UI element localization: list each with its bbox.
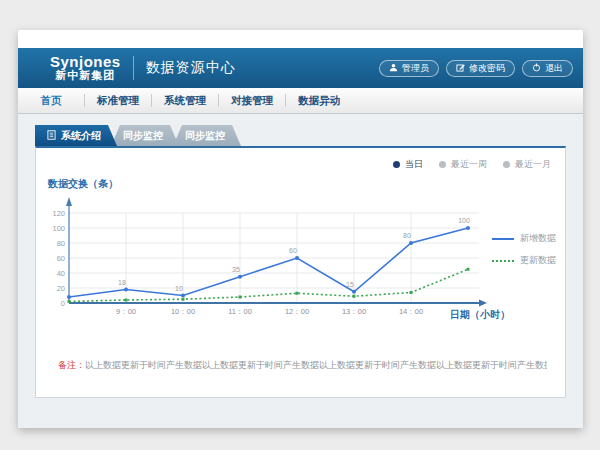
header-actions: 管理员 修改密码 退出 xyxy=(379,60,573,77)
svg-text:60: 60 xyxy=(57,254,65,263)
svg-text:0: 0 xyxy=(61,299,65,308)
radio-dot-selected xyxy=(393,161,400,168)
chart-panel: 当日 最近一周 最近一月 数据交换（条） 0204060801001209：00… xyxy=(35,146,566,398)
change-password-button[interactable]: 修改密码 xyxy=(446,60,515,77)
svg-text:120: 120 xyxy=(52,209,65,218)
tab-system-intro[interactable]: 系统介绍 xyxy=(35,125,117,146)
radio-label: 最近一月 xyxy=(515,158,551,171)
header-divider xyxy=(133,56,134,80)
svg-text:10: 10 xyxy=(175,285,183,292)
svg-text:60: 60 xyxy=(289,247,297,254)
tab-sync-monitor-2[interactable]: 同步监控 xyxy=(173,125,241,146)
nav-item-system-mgmt[interactable]: 系统管理 xyxy=(152,94,218,108)
user-icon xyxy=(389,63,398,74)
tab-bar: 系统介绍 同步监控 同步监控 xyxy=(35,125,241,146)
radio-dot xyxy=(503,161,510,168)
tab-sync-monitor-1[interactable]: 同步监控 xyxy=(111,125,179,146)
logo: Synjones 新中新集团 xyxy=(50,54,121,81)
svg-text:80: 80 xyxy=(403,232,411,239)
logo-company: 新中新集团 xyxy=(50,70,121,82)
nav-item-home[interactable]: 首页 xyxy=(18,94,84,108)
svg-text:12：00: 12：00 xyxy=(285,307,309,316)
legend-item-new-data: 新增数据 xyxy=(492,232,556,245)
radio-label: 当日 xyxy=(405,158,423,171)
dotted-line-icon xyxy=(492,260,514,262)
svg-text:80: 80 xyxy=(57,239,65,248)
svg-text:10：00: 10：00 xyxy=(171,307,195,316)
svg-text:100: 100 xyxy=(458,217,470,224)
change-password-label: 修改密码 xyxy=(469,62,505,75)
svg-text:100: 100 xyxy=(52,224,65,233)
chart-legend: 新增数据 更新数据 xyxy=(492,232,556,267)
tab-label: 同步监控 xyxy=(185,129,225,143)
svg-text:35: 35 xyxy=(232,266,240,273)
document-icon xyxy=(47,130,56,142)
footnote-text: 以上数据更新于时间产生数据以上数据更新于时间产生数据以上数据更新于时间产生数据以… xyxy=(85,360,547,370)
tab-label: 同步监控 xyxy=(123,129,163,143)
footnote-prefix: 备注： xyxy=(58,360,85,370)
logout-button[interactable]: 退出 xyxy=(522,60,573,77)
svg-text:20: 20 xyxy=(57,284,65,293)
legend-label: 更新数据 xyxy=(520,254,556,267)
svg-text:14：00: 14：00 xyxy=(399,307,423,316)
legend-label: 新增数据 xyxy=(520,232,556,245)
power-icon xyxy=(532,63,541,74)
nav-item-interface-mgmt[interactable]: 对接管理 xyxy=(219,94,285,108)
main-nav: 首页 标准管理 系统管理 对接管理 数据异动 xyxy=(18,88,583,114)
nav-item-data-change[interactable]: 数据异动 xyxy=(286,94,352,108)
logo-brand: Synjones xyxy=(50,54,121,70)
tab-label: 系统介绍 xyxy=(61,129,101,143)
radio-label: 最近一周 xyxy=(451,158,487,171)
footnote: 备注：以上数据更新于时间产生数据以上数据更新于时间产生数据以上数据更新于时间产生… xyxy=(58,359,547,372)
logout-label: 退出 xyxy=(545,62,563,75)
y-axis-title: 数据交换（条） xyxy=(48,177,118,191)
svg-text:13：00: 13：00 xyxy=(342,307,366,316)
x-axis-title: 日期（小时） xyxy=(450,308,510,322)
radio-today[interactable]: 当日 xyxy=(393,158,423,171)
content-area: 系统介绍 同步监控 同步监控 当日 最近一周 xyxy=(18,114,583,428)
user-button[interactable]: 管理员 xyxy=(379,60,439,77)
app-window: Synjones 新中新集团 数据资源中心 管理员 修改密码 xyxy=(18,30,583,428)
edit-icon xyxy=(456,63,465,74)
user-button-label: 管理员 xyxy=(402,62,429,75)
time-range-filter: 当日 最近一周 最近一月 xyxy=(393,158,551,171)
radio-last-month[interactable]: 最近一月 xyxy=(503,158,551,171)
solid-line-icon xyxy=(492,238,514,240)
page-title: 数据资源中心 xyxy=(146,59,236,77)
svg-text:18: 18 xyxy=(118,279,126,286)
svg-text:11：00: 11：00 xyxy=(228,307,252,316)
svg-text:40: 40 xyxy=(57,269,65,278)
app-header: Synjones 新中新集团 数据资源中心 管理员 修改密码 xyxy=(18,48,583,88)
nav-item-standard-mgmt[interactable]: 标准管理 xyxy=(85,94,151,108)
svg-text:9：00: 9：00 xyxy=(116,307,136,316)
radio-last-week[interactable]: 最近一周 xyxy=(439,158,487,171)
legend-item-update-data: 更新数据 xyxy=(492,254,556,267)
svg-text:15: 15 xyxy=(346,281,354,288)
line-chart: 0204060801001209：0010：0011：0012：0013：001… xyxy=(43,193,493,321)
radio-dot xyxy=(439,161,446,168)
